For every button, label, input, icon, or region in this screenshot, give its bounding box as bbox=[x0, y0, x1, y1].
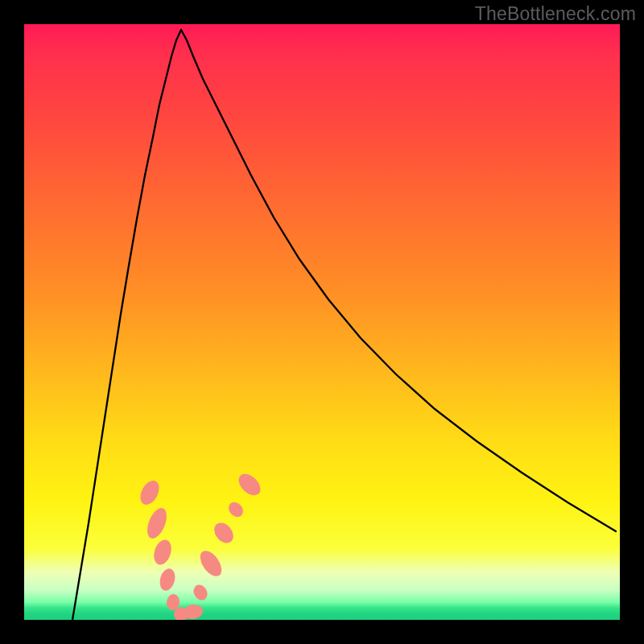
dip-marker bbox=[210, 519, 237, 547]
curve-left-branch bbox=[72, 30, 181, 620]
dip-marker bbox=[235, 470, 265, 500]
dip-marker bbox=[191, 582, 210, 602]
chart-frame: TheBottleneck.com bbox=[0, 0, 644, 644]
dip-marker bbox=[158, 567, 178, 592]
plot-area bbox=[24, 24, 620, 620]
dip-marker bbox=[143, 506, 171, 542]
dip-marker bbox=[137, 477, 163, 508]
curve-right-branch bbox=[181, 30, 616, 531]
dip-marker bbox=[151, 538, 175, 568]
dip-markers bbox=[137, 470, 265, 620]
dip-marker bbox=[225, 499, 246, 520]
dip-marker bbox=[196, 547, 225, 580]
bottleneck-curve bbox=[24, 24, 620, 620]
watermark-text: TheBottleneck.com bbox=[475, 3, 636, 25]
